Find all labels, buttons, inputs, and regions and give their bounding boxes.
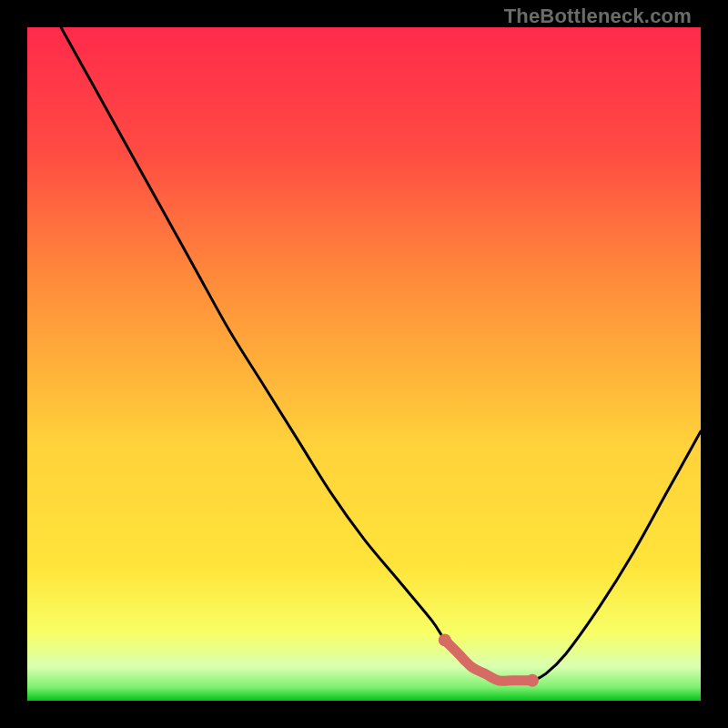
bottleneck-curve: [27, 27, 701, 701]
watermark-text: TheBottleneck.com: [504, 5, 692, 28]
plot-area: [27, 27, 701, 701]
chart-frame: [27, 27, 701, 701]
svg-point-2: [526, 674, 539, 687]
svg-point-1: [439, 633, 451, 646]
